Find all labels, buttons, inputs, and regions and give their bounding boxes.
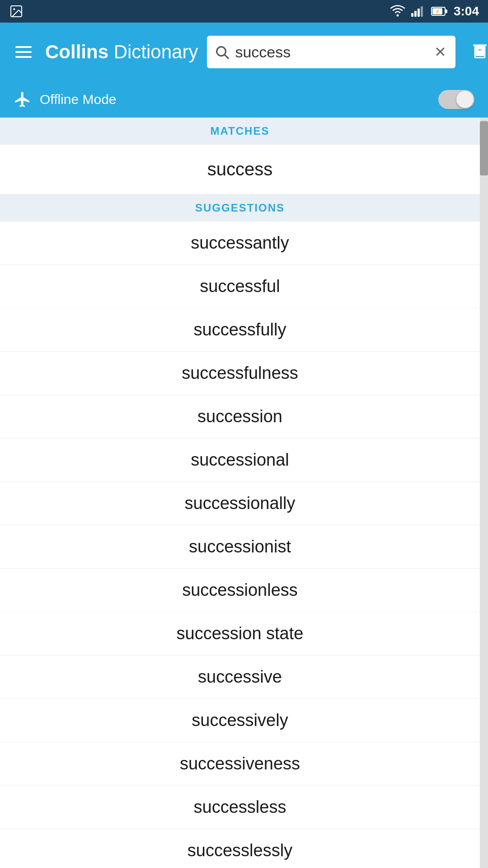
svg-rect-3 — [411, 13, 413, 17]
suggestion-item[interactable]: succession — [0, 395, 480, 439]
suggestion-item[interactable]: successional — [0, 439, 480, 482]
app-title: Collins Dictionary — [45, 41, 198, 63]
suggestion-item[interactable]: successfulness — [0, 352, 480, 395]
suggestion-item[interactable]: successless — [0, 786, 480, 829]
suggestion-word: succession — [197, 407, 282, 426]
status-bar: ⚡ 3:04 — [0, 0, 488, 23]
suggestions-section-header: SUGGESTIONS — [0, 194, 480, 222]
suggestion-word: successless — [194, 797, 286, 816]
suggestion-item[interactable]: successfully — [0, 308, 480, 352]
suggestion-word: successlessly — [188, 841, 292, 860]
scrollbar-thumb[interactable] — [480, 121, 488, 175]
svg-point-1 — [13, 8, 15, 10]
photo-icon — [9, 4, 23, 19]
suggestion-item[interactable]: successantly — [0, 222, 480, 265]
suggestions-label: SUGGESTIONS — [195, 202, 285, 214]
suggestion-item[interactable]: successionist — [0, 525, 480, 569]
matches-section-header: MATCHES — [0, 118, 480, 145]
signal-icon — [411, 5, 426, 18]
suggestion-word: successive — [198, 667, 282, 686]
suggestion-word: successionless — [182, 580, 298, 599]
match-word: success — [207, 159, 273, 179]
clear-button[interactable]: ✕ — [432, 42, 448, 62]
app-bar: Collins Dictionary ✕ — [0, 23, 488, 81]
svg-rect-8 — [445, 9, 447, 13]
search-box[interactable]: ✕ — [207, 36, 455, 68]
store-icon — [470, 41, 488, 61]
suggestion-item[interactable]: successful — [0, 265, 480, 308]
suggestion-item[interactable]: successlessly — [0, 829, 480, 868]
search-input[interactable] — [235, 43, 427, 61]
suggestions-container: successantlysuccessfulsuccessfullysucces… — [0, 222, 480, 868]
suggestion-word: successfully — [194, 320, 286, 339]
suggestion-word: succession state — [177, 624, 304, 643]
match-item-success[interactable]: success — [0, 145, 480, 194]
offline-toggle[interactable] — [438, 90, 474, 109]
suggestion-item[interactable]: successively — [0, 699, 480, 742]
svg-rect-6 — [421, 6, 423, 17]
status-bar-left — [9, 4, 23, 19]
suggestion-word: successionist — [189, 537, 291, 556]
store-button[interactable] — [470, 41, 488, 63]
svg-point-2 — [396, 14, 399, 17]
offline-left: Offline Mode — [14, 90, 117, 108]
suggestion-item[interactable]: successionally — [0, 482, 480, 525]
toggle-thumb — [456, 91, 474, 108]
matches-label: MATCHES — [211, 125, 270, 137]
offline-bar: Offline Mode — [0, 81, 488, 118]
suggestion-word: successful — [200, 277, 280, 296]
app-title-bold: Collins — [45, 41, 108, 62]
airplane-icon — [14, 90, 32, 108]
menu-line-3 — [15, 56, 32, 58]
suggestion-word: successantly — [191, 233, 289, 252]
scrollbar[interactable] — [480, 118, 488, 868]
wifi-icon — [389, 5, 406, 18]
menu-line-1 — [15, 46, 32, 48]
status-bar-right: ⚡ 3:04 — [389, 4, 479, 19]
suggestion-word: successional — [191, 450, 289, 469]
suggestion-word: successfulness — [182, 363, 298, 382]
offline-label: Offline Mode — [40, 92, 117, 107]
svg-text:⚡: ⚡ — [435, 9, 441, 14]
suggestion-item[interactable]: successiveness — [0, 742, 480, 786]
content-wrapper: MATCHES success SUGGESTIONS successantly… — [0, 118, 488, 868]
svg-line-12 — [225, 55, 229, 58]
svg-rect-5 — [418, 9, 420, 17]
suggestion-item[interactable]: succession state — [0, 612, 480, 656]
svg-rect-4 — [414, 11, 417, 17]
time-display: 3:04 — [454, 4, 479, 19]
suggestion-word: successionally — [185, 494, 296, 513]
menu-button[interactable] — [11, 42, 36, 62]
suggestion-word: successiveness — [180, 754, 300, 773]
suggestion-item[interactable]: successionless — [0, 569, 480, 612]
suggestion-word: successively — [192, 711, 288, 730]
menu-line-2 — [15, 51, 32, 53]
results-list: MATCHES success SUGGESTIONS successantly… — [0, 118, 480, 868]
suggestion-item[interactable]: successive — [0, 656, 480, 699]
app-title-normal: Dictionary — [108, 41, 198, 62]
search-icon — [214, 44, 230, 60]
battery-icon: ⚡ — [431, 6, 448, 16]
